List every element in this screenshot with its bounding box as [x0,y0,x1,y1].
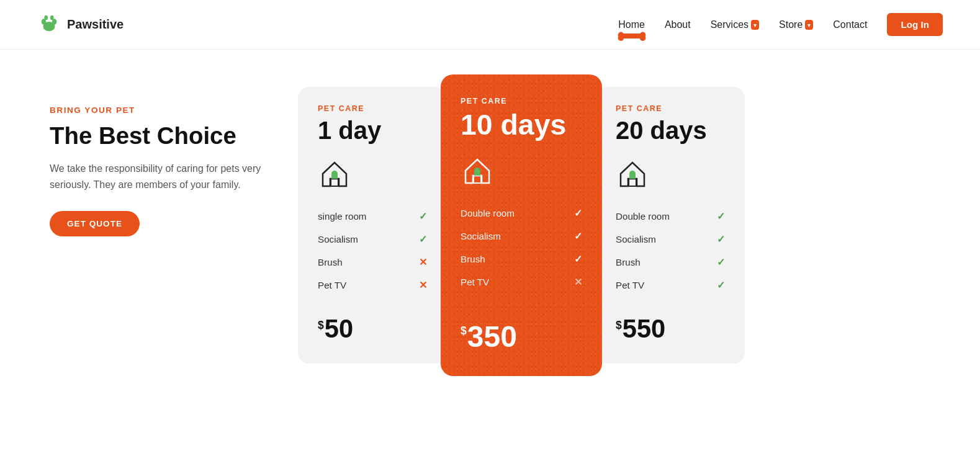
nav-item-contact[interactable]: Contact [833,19,867,30]
card1-feature-4: Pet TV ✕ [318,274,427,297]
store-dropdown-arrow: ▾ [805,20,813,30]
nav-link-about[interactable]: About [665,19,691,30]
get-quote-button[interactable]: GET QUOTE [50,211,140,236]
card2-feature-3: Brush ✓ [461,248,582,271]
nav-links: Home About Services ▾ Store [618,13,943,36]
brand-name: Pawsitive [67,17,124,32]
card1-feature-3: Brush ✕ [318,251,427,274]
services-dropdown-arrow: ▾ [751,20,759,30]
pricing-card-20days: PET CARE 20 days Double room ✓ Socialism… [596,87,745,364]
hero-text: BRING YOUR PET The Best Choice We take t… [50,87,273,236]
card2-price: $ 350 [461,320,582,354]
card1-feature-1: single room ✓ [318,205,427,228]
svg-point-9 [639,35,645,41]
card2-label: PET CARE [461,97,582,105]
card3-duration: 20 days [616,117,725,144]
pricing-card-10days: PET CARE 10 days Double room ✓ Socialism… [441,74,602,376]
svg-point-4 [50,16,54,20]
card2-feature-1: Double room ✓ [461,202,582,225]
logo-icon [37,11,61,38]
svg-rect-11 [474,176,481,183]
svg-rect-10 [331,179,338,186]
card1-house-icon [318,158,427,194]
nav-item-about[interactable]: About [665,19,691,30]
nav-login[interactable]: Log In [887,13,943,36]
card1-feature-2: Socialism ✓ [318,228,427,251]
hero-description: We take the responsibility of caring for… [50,161,273,192]
svg-rect-7 [621,34,642,38]
card3-house-icon [616,158,725,194]
login-button[interactable]: Log In [887,13,943,36]
nav-link-services[interactable]: Services ▾ [711,19,759,30]
nav-link-home[interactable]: Home [618,19,645,30]
card3-price: $ 550 [616,314,725,344]
card3-label: PET CARE [616,104,725,113]
nav-item-store[interactable]: Store ▾ [779,19,813,30]
hero-section: BRING YOUR PET The Best Choice We take t… [0,50,980,413]
card3-features: Double room ✓ Socialism ✓ Brush ✓ Pet TV… [616,205,725,297]
logo[interactable]: Pawsitive [37,11,124,38]
pricing-card-1day: PET CARE 1 day single room ✓ Socialism ✓ [298,87,447,364]
card2-house-icon [461,155,582,190]
pricing-cards: PET CARE 1 day single room ✓ Socialism ✓ [298,87,943,364]
card1-features: single room ✓ Socialism ✓ Brush ✕ Pet TV… [318,205,427,297]
active-bone-indicator [617,30,647,44]
hero-title: The Best Choice [50,122,273,150]
card1-label: PET CARE [318,104,427,113]
card3-feature-2: Socialism ✓ [616,228,725,251]
hero-tagline: BRING YOUR PET [50,105,273,115]
nav-link-contact[interactable]: Contact [833,19,867,30]
card3-feature-4: Pet TV ✓ [616,274,725,297]
card2-feature-4: Pet TV ✕ [461,271,582,293]
card2-duration: 10 days [461,109,582,141]
card1-duration: 1 day [318,117,427,144]
nav-item-services[interactable]: Services ▾ [711,19,759,30]
card2-feature-2: Socialism ✓ [461,225,582,248]
card3-feature-3: Brush ✓ [616,251,725,274]
card3-feature-1: Double room ✓ [616,205,725,228]
navbar: Pawsitive Home About Services ▾ [0,0,980,50]
card1-price: $ 50 [318,314,427,344]
card2-features: Double room ✓ Socialism ✓ Brush ✓ Pet TV… [461,202,582,302]
nav-link-store[interactable]: Store ▾ [779,19,813,30]
svg-point-3 [44,16,48,20]
svg-rect-12 [629,179,636,186]
nav-item-home[interactable]: Home [618,19,645,30]
